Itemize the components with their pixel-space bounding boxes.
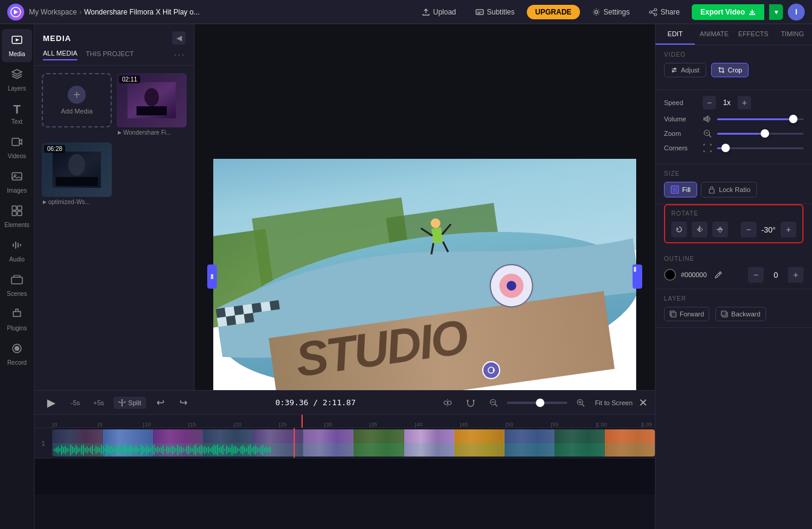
waveform-bar-33 [114, 449, 115, 451]
flip-horizontal-button[interactable] [692, 222, 707, 237]
svg-rect-35 [216, 308, 226, 318]
sidebar-item-images[interactable]: Images [2, 165, 32, 199]
scene-detect-button[interactable] [439, 394, 456, 411]
eyedropper-button[interactable] [712, 268, 725, 281]
lock-ratio-button[interactable]: Lock Ratio [701, 182, 757, 197]
tab-all-media[interactable]: ALL MEDIA [43, 50, 77, 60]
media-thumb-1[interactable]: 06:28 [42, 143, 112, 197]
sidebar-item-media[interactable]: Media [2, 29, 32, 62]
split-button[interactable]: Split [114, 397, 146, 409]
sidebar-item-audio[interactable]: Audio [2, 234, 32, 268]
track-clip-1[interactable] [53, 429, 655, 457]
redo-button[interactable]: ↪ [175, 394, 192, 411]
rotate-increase-button[interactable]: + [781, 222, 796, 237]
sidebar-item-layers[interactable]: Layers [2, 63, 32, 97]
video-center-icon[interactable] [482, 361, 500, 379]
add-media-button[interactable]: + Add Media [42, 73, 112, 127]
skip-back-button[interactable]: -5s [67, 397, 83, 408]
waveform-bar-25 [99, 447, 100, 452]
track-content-1[interactable] [53, 428, 655, 458]
waveform-bar-104 [242, 445, 243, 455]
zoom-in-button[interactable] [572, 394, 589, 411]
zoom-track[interactable] [507, 402, 567, 404]
volume-thumb[interactable] [789, 115, 798, 123]
svg-rect-36 [225, 306, 235, 316]
share-button[interactable]: Share [642, 5, 687, 19]
rotate-ccw-button[interactable] [671, 222, 687, 237]
skip-fwd-button[interactable]: +5s [89, 397, 108, 408]
waveform-bar-71 [182, 447, 184, 452]
sidebar-item-plugins[interactable]: Plugins [2, 303, 32, 336]
avatar[interactable]: I [788, 4, 805, 21]
sidebar-item-scenes[interactable]: Scenes [2, 269, 32, 302]
export-button[interactable]: Export Video [692, 4, 764, 20]
zoom-thumb[interactable] [536, 399, 544, 407]
zoom-out-button[interactable] [485, 394, 502, 411]
waveform-bar-94 [224, 449, 225, 451]
settings-button[interactable]: Settings [585, 5, 637, 19]
lock-ratio-label: Lock Ratio [719, 186, 750, 193]
waveform-bar-65 [172, 445, 173, 455]
waveform-bar-44 [134, 448, 135, 452]
crop-button[interactable]: Crop [711, 63, 749, 77]
volume-slider[interactable] [717, 118, 804, 120]
tab-effects[interactable]: EFFECTS [734, 24, 773, 45]
play-button[interactable]: ▶ [42, 393, 61, 412]
tab-timing[interactable]: TIMING [773, 24, 812, 45]
current-time: 0:39.36 [276, 398, 309, 407]
sidebar-item-record[interactable]: Record [2, 338, 32, 371]
sidebar-item-elements[interactable]: Elements [2, 200, 32, 233]
layer-backward-button[interactable]: Backward [715, 307, 765, 321]
ruler-marks: :0 :5 :10 :15 :20 :25 :30 :35 :40 :45 :5… [53, 415, 655, 428]
media-more-button[interactable]: ··· [174, 50, 185, 60]
fill-button[interactable]: Fill [664, 182, 697, 197]
magnet-button[interactable] [462, 394, 479, 411]
undo-button[interactable]: ↩ [152, 394, 169, 411]
add-media-label: Add Media [61, 107, 93, 115]
rotate-ccw-icon [675, 225, 683, 234]
timeline-playhead[interactable] [301, 415, 303, 428]
waveform-bar-0 [54, 449, 55, 451]
sidebar-item-videos[interactable]: Videos [2, 131, 32, 164]
waveform-bar-117 [266, 446, 267, 454]
tab-animate[interactable]: ANIMATE [695, 24, 734, 45]
outline-section-title: OUTLINE [664, 255, 804, 262]
export-dropdown-button[interactable]: ▾ [769, 4, 783, 20]
tab-edit[interactable]: EDIT [656, 24, 695, 45]
fit-to-screen-button[interactable]: Fit to Screen [595, 399, 633, 406]
corners-slider[interactable] [717, 147, 804, 149]
rotate-decrease-button[interactable]: − [741, 222, 756, 237]
outline-decrease-button[interactable]: − [748, 267, 764, 283]
speed-increase-button[interactable]: + [738, 96, 751, 109]
forward-label: Forward [680, 310, 704, 318]
flip-vertical-button[interactable] [712, 222, 728, 237]
waveform-bar-31 [110, 446, 111, 454]
zoom-slider[interactable] [717, 133, 804, 135]
svg-rect-27 [56, 177, 98, 186]
video-handle-right[interactable] [633, 264, 642, 289]
corners-thumb[interactable] [721, 144, 730, 152]
split-label: Split [128, 399, 141, 406]
media-thumb-0[interactable]: 02:11 [117, 73, 187, 127]
svg-line-67 [709, 135, 712, 138]
video-handle-left[interactable] [207, 264, 217, 289]
svg-point-5 [654, 8, 657, 11]
adjust-button[interactable]: Adjust [664, 63, 706, 77]
tab-this-project[interactable]: THIS PROJECT [86, 50, 134, 60]
speed-decrease-button[interactable]: − [703, 96, 716, 109]
outline-color-swatch[interactable] [664, 269, 676, 281]
subtitles-button[interactable]: Subtitles [468, 5, 522, 19]
zoom-thumb[interactable] [761, 129, 769, 138]
waveform-bar-2 [57, 446, 59, 454]
media-item-0[interactable]: 02:11 Wondershare Fi... [117, 73, 187, 138]
upgrade-button[interactable]: UPGRADE [527, 5, 580, 19]
outline-increase-button[interactable]: + [788, 267, 804, 283]
waveform-bar-30 [108, 447, 109, 453]
media-item-1[interactable]: 06:28 optimized-Ws... [42, 143, 112, 207]
sidebar-item-text[interactable]: T Text [2, 98, 32, 130]
timeline-close-button[interactable]: ✕ [639, 396, 648, 409]
workspace-link[interactable]: My Workspace [29, 8, 77, 16]
media-collapse-button[interactable]: ◀ [172, 31, 185, 45]
upload-button[interactable]: Upload [414, 5, 463, 19]
layer-forward-button[interactable]: Forward [664, 307, 709, 321]
